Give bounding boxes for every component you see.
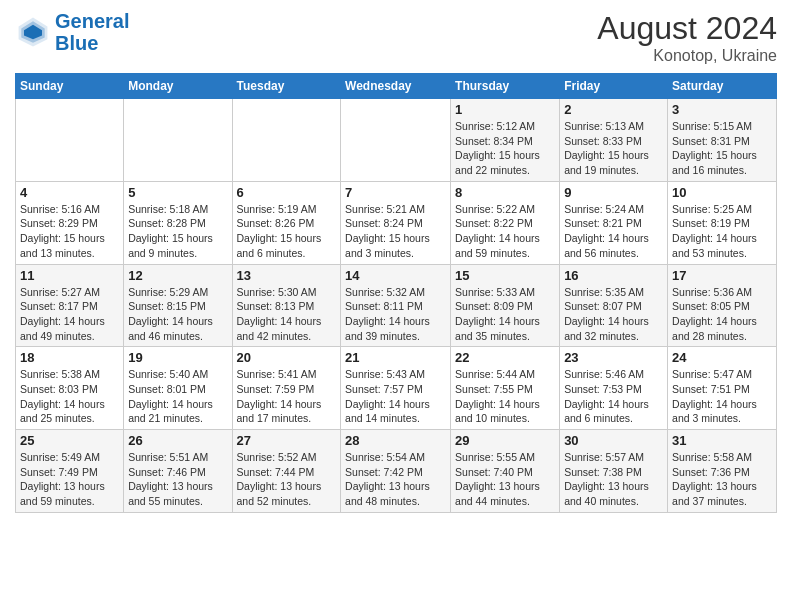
logo-icon [15, 14, 51, 50]
calendar-cell: 26Sunrise: 5:51 AM Sunset: 7:46 PM Dayli… [124, 430, 232, 513]
day-info: Sunrise: 5:18 AM Sunset: 8:28 PM Dayligh… [128, 202, 227, 261]
calendar-table: SundayMondayTuesdayWednesdayThursdayFrid… [15, 73, 777, 513]
day-number: 25 [20, 433, 119, 448]
week-row-2: 4Sunrise: 5:16 AM Sunset: 8:29 PM Daylig… [16, 181, 777, 264]
day-number: 3 [672, 102, 772, 117]
day-info: Sunrise: 5:46 AM Sunset: 7:53 PM Dayligh… [564, 367, 663, 426]
calendar-cell: 28Sunrise: 5:54 AM Sunset: 7:42 PM Dayli… [341, 430, 451, 513]
day-number: 10 [672, 185, 772, 200]
day-info: Sunrise: 5:51 AM Sunset: 7:46 PM Dayligh… [128, 450, 227, 509]
day-info: Sunrise: 5:57 AM Sunset: 7:38 PM Dayligh… [564, 450, 663, 509]
calendar-cell: 13Sunrise: 5:30 AM Sunset: 8:13 PM Dayli… [232, 264, 341, 347]
calendar-cell: 5Sunrise: 5:18 AM Sunset: 8:28 PM Daylig… [124, 181, 232, 264]
header-friday: Friday [560, 74, 668, 99]
day-info: Sunrise: 5:24 AM Sunset: 8:21 PM Dayligh… [564, 202, 663, 261]
day-info: Sunrise: 5:35 AM Sunset: 8:07 PM Dayligh… [564, 285, 663, 344]
calendar-cell: 9Sunrise: 5:24 AM Sunset: 8:21 PM Daylig… [560, 181, 668, 264]
day-info: Sunrise: 5:40 AM Sunset: 8:01 PM Dayligh… [128, 367, 227, 426]
day-info: Sunrise: 5:29 AM Sunset: 8:15 PM Dayligh… [128, 285, 227, 344]
day-info: Sunrise: 5:30 AM Sunset: 8:13 PM Dayligh… [237, 285, 337, 344]
day-number: 24 [672, 350, 772, 365]
day-number: 31 [672, 433, 772, 448]
day-info: Sunrise: 5:36 AM Sunset: 8:05 PM Dayligh… [672, 285, 772, 344]
calendar-cell: 17Sunrise: 5:36 AM Sunset: 8:05 PM Dayli… [668, 264, 777, 347]
day-number: 11 [20, 268, 119, 283]
day-info: Sunrise: 5:41 AM Sunset: 7:59 PM Dayligh… [237, 367, 337, 426]
day-info: Sunrise: 5:44 AM Sunset: 7:55 PM Dayligh… [455, 367, 555, 426]
page-title: August 2024 [597, 10, 777, 47]
day-number: 21 [345, 350, 446, 365]
calendar-cell: 10Sunrise: 5:25 AM Sunset: 8:19 PM Dayli… [668, 181, 777, 264]
header-thursday: Thursday [451, 74, 560, 99]
day-number: 14 [345, 268, 446, 283]
calendar-cell: 29Sunrise: 5:55 AM Sunset: 7:40 PM Dayli… [451, 430, 560, 513]
week-row-1: 1Sunrise: 5:12 AM Sunset: 8:34 PM Daylig… [16, 99, 777, 182]
day-number: 12 [128, 268, 227, 283]
day-info: Sunrise: 5:55 AM Sunset: 7:40 PM Dayligh… [455, 450, 555, 509]
day-info: Sunrise: 5:25 AM Sunset: 8:19 PM Dayligh… [672, 202, 772, 261]
day-number: 20 [237, 350, 337, 365]
header-saturday: Saturday [668, 74, 777, 99]
calendar-cell: 24Sunrise: 5:47 AM Sunset: 7:51 PM Dayli… [668, 347, 777, 430]
calendar-cell: 12Sunrise: 5:29 AM Sunset: 8:15 PM Dayli… [124, 264, 232, 347]
day-info: Sunrise: 5:47 AM Sunset: 7:51 PM Dayligh… [672, 367, 772, 426]
calendar-cell: 31Sunrise: 5:58 AM Sunset: 7:36 PM Dayli… [668, 430, 777, 513]
day-number: 5 [128, 185, 227, 200]
day-info: Sunrise: 5:13 AM Sunset: 8:33 PM Dayligh… [564, 119, 663, 178]
week-row-5: 25Sunrise: 5:49 AM Sunset: 7:49 PM Dayli… [16, 430, 777, 513]
day-info: Sunrise: 5:43 AM Sunset: 7:57 PM Dayligh… [345, 367, 446, 426]
calendar-cell: 1Sunrise: 5:12 AM Sunset: 8:34 PM Daylig… [451, 99, 560, 182]
day-number: 15 [455, 268, 555, 283]
day-number: 13 [237, 268, 337, 283]
calendar-cell: 19Sunrise: 5:40 AM Sunset: 8:01 PM Dayli… [124, 347, 232, 430]
title-block: August 2024 Konotop, Ukraine [597, 10, 777, 65]
calendar-cell: 15Sunrise: 5:33 AM Sunset: 8:09 PM Dayli… [451, 264, 560, 347]
day-info: Sunrise: 5:52 AM Sunset: 7:44 PM Dayligh… [237, 450, 337, 509]
calendar-header-row: SundayMondayTuesdayWednesdayThursdayFrid… [16, 74, 777, 99]
calendar-cell: 16Sunrise: 5:35 AM Sunset: 8:07 PM Dayli… [560, 264, 668, 347]
day-number: 19 [128, 350, 227, 365]
calendar-cell: 23Sunrise: 5:46 AM Sunset: 7:53 PM Dayli… [560, 347, 668, 430]
calendar-cell: 21Sunrise: 5:43 AM Sunset: 7:57 PM Dayli… [341, 347, 451, 430]
day-info: Sunrise: 5:49 AM Sunset: 7:49 PM Dayligh… [20, 450, 119, 509]
day-number: 26 [128, 433, 227, 448]
day-number: 7 [345, 185, 446, 200]
logo-text: General Blue [55, 10, 129, 54]
header-sunday: Sunday [16, 74, 124, 99]
day-number: 8 [455, 185, 555, 200]
day-info: Sunrise: 5:27 AM Sunset: 8:17 PM Dayligh… [20, 285, 119, 344]
day-number: 2 [564, 102, 663, 117]
calendar-cell: 11Sunrise: 5:27 AM Sunset: 8:17 PM Dayli… [16, 264, 124, 347]
day-number: 17 [672, 268, 772, 283]
calendar-cell: 22Sunrise: 5:44 AM Sunset: 7:55 PM Dayli… [451, 347, 560, 430]
day-info: Sunrise: 5:58 AM Sunset: 7:36 PM Dayligh… [672, 450, 772, 509]
calendar-cell: 30Sunrise: 5:57 AM Sunset: 7:38 PM Dayli… [560, 430, 668, 513]
page-header: General Blue August 2024 Konotop, Ukrain… [15, 10, 777, 65]
calendar-cell [124, 99, 232, 182]
day-info: Sunrise: 5:54 AM Sunset: 7:42 PM Dayligh… [345, 450, 446, 509]
day-number: 18 [20, 350, 119, 365]
week-row-4: 18Sunrise: 5:38 AM Sunset: 8:03 PM Dayli… [16, 347, 777, 430]
calendar-cell [232, 99, 341, 182]
day-number: 6 [237, 185, 337, 200]
calendar-cell: 2Sunrise: 5:13 AM Sunset: 8:33 PM Daylig… [560, 99, 668, 182]
calendar-cell: 4Sunrise: 5:16 AM Sunset: 8:29 PM Daylig… [16, 181, 124, 264]
day-info: Sunrise: 5:19 AM Sunset: 8:26 PM Dayligh… [237, 202, 337, 261]
day-info: Sunrise: 5:12 AM Sunset: 8:34 PM Dayligh… [455, 119, 555, 178]
day-number: 29 [455, 433, 555, 448]
logo: General Blue [15, 10, 129, 54]
day-info: Sunrise: 5:15 AM Sunset: 8:31 PM Dayligh… [672, 119, 772, 178]
calendar-cell: 27Sunrise: 5:52 AM Sunset: 7:44 PM Dayli… [232, 430, 341, 513]
header-monday: Monday [124, 74, 232, 99]
header-tuesday: Tuesday [232, 74, 341, 99]
day-number: 4 [20, 185, 119, 200]
calendar-cell: 25Sunrise: 5:49 AM Sunset: 7:49 PM Dayli… [16, 430, 124, 513]
calendar-cell: 18Sunrise: 5:38 AM Sunset: 8:03 PM Dayli… [16, 347, 124, 430]
header-wednesday: Wednesday [341, 74, 451, 99]
calendar-cell: 14Sunrise: 5:32 AM Sunset: 8:11 PM Dayli… [341, 264, 451, 347]
day-info: Sunrise: 5:32 AM Sunset: 8:11 PM Dayligh… [345, 285, 446, 344]
day-number: 22 [455, 350, 555, 365]
day-info: Sunrise: 5:38 AM Sunset: 8:03 PM Dayligh… [20, 367, 119, 426]
day-number: 28 [345, 433, 446, 448]
calendar-cell: 6Sunrise: 5:19 AM Sunset: 8:26 PM Daylig… [232, 181, 341, 264]
